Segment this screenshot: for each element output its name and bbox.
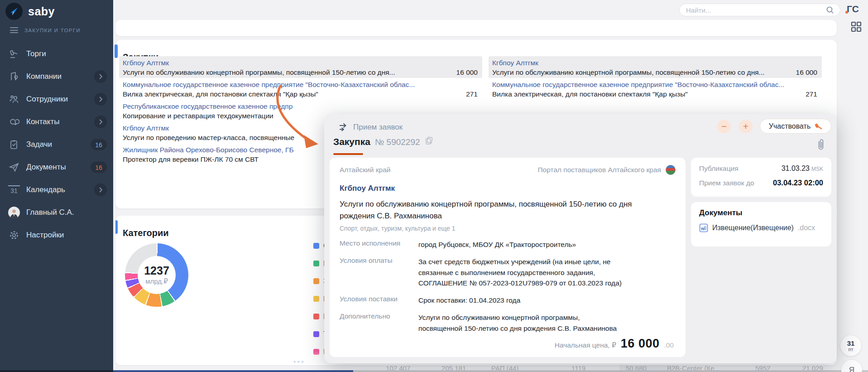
categories-donut-chart[interactable]: 1237 млрд.₽ bbox=[125, 243, 188, 307]
purchase-company-link[interactable]: Коммунальное государственное казенное пр… bbox=[123, 80, 478, 89]
donut-total-unit: млрд.₽ bbox=[145, 277, 168, 285]
chevron-right-icon bbox=[94, 93, 107, 106]
forward-arrows-icon bbox=[339, 122, 349, 132]
dates-card: Публикация 31.03.23MSK Прием заявок до 0… bbox=[691, 158, 831, 197]
sidebar-item-zadachi[interactable]: Задачи 16 bbox=[0, 133, 113, 156]
collapse-button[interactable]: − bbox=[717, 120, 731, 133]
sidebar-item-label: Контакты bbox=[26, 117, 59, 126]
purchase-row[interactable]: Кгбпоу Алтгмк Услуги по обслуживанию кон… bbox=[489, 56, 822, 78]
calendar-widget-weekday: пт bbox=[849, 347, 854, 352]
region-label: Алтайский край bbox=[340, 166, 390, 174]
purchase-row[interactable]: Коммунальное государственное казенное пр… bbox=[119, 78, 482, 100]
people-icon bbox=[8, 93, 20, 105]
popup-title-row: Закупка № 5902292 bbox=[333, 136, 434, 147]
purchase-detail-popup: Прием заявок − + Участвовать Закупка № 5… bbox=[324, 114, 837, 363]
purchase-company-link[interactable]: Кгбпоу Алтгмк bbox=[492, 58, 817, 68]
sidebar-item-torgi[interactable]: Торги bbox=[0, 43, 113, 65]
gear-icon bbox=[8, 229, 20, 241]
rail-bottom-widget[interactable]: Я bbox=[841, 360, 862, 372]
calendar-31-icon: 31 bbox=[8, 185, 20, 194]
field-value: Срок поставки: 01.04.2023 года bbox=[418, 295, 676, 305]
menu-icon bbox=[10, 27, 18, 33]
global-search[interactable] bbox=[679, 4, 840, 16]
purchase-value: 16 000 bbox=[796, 68, 817, 77]
deadline-row: Прием заявок до 03.04.23 02:00 bbox=[699, 179, 823, 187]
saby-bird-icon bbox=[5, 3, 23, 20]
sidebar-item-label: Главный С.А. bbox=[26, 208, 74, 217]
sidebar-item-profile[interactable]: Главный С.А. bbox=[0, 201, 113, 224]
building-pin-icon bbox=[8, 71, 20, 82]
clipboard-check-icon bbox=[8, 139, 20, 150]
purchases-list-right: Кгбпоу Алтгмк Услуги по обслуживанию кон… bbox=[489, 56, 822, 100]
sidebar-item-label: Сотрудники bbox=[26, 95, 68, 104]
expand-button[interactable]: + bbox=[739, 120, 753, 133]
copy-icon[interactable] bbox=[425, 136, 434, 145]
paperclip-icon[interactable] bbox=[816, 139, 826, 151]
start-price-fraction: .00 bbox=[664, 341, 674, 349]
start-price-value: 16 000 bbox=[621, 337, 660, 351]
purchase-row[interactable]: Коммунальное государственное казенное пр… bbox=[489, 78, 822, 100]
paper-plane-icon bbox=[8, 161, 20, 173]
app-window: 102 407 205 181 РАП (44) 1119 50 680 B2B… bbox=[0, 0, 868, 372]
document-link[interactable]: w Извещение(Извещение).docx bbox=[699, 223, 823, 232]
sidebar-item-dokumenty[interactable]: Документы 16 bbox=[0, 156, 113, 179]
app-logo[interactable]: saby bbox=[5, 3, 55, 20]
calendar-widget[interactable]: 31 пт bbox=[840, 335, 861, 356]
chevron-right-icon bbox=[94, 184, 107, 196]
sidebar-item-label: Компании bbox=[26, 72, 62, 81]
apps-grid-icon[interactable] bbox=[850, 21, 862, 33]
deadline-label: Прием заявок до bbox=[699, 179, 754, 187]
field-label: Место исполнения bbox=[340, 239, 416, 250]
user-avatar bbox=[8, 207, 20, 218]
chevron-right-icon bbox=[94, 116, 107, 128]
sidebar-item-nastroyki[interactable]: Настройки bbox=[0, 224, 113, 246]
donut-total-value: 1237 bbox=[144, 265, 169, 276]
portal-label: Портал поставщиков Алтайского края bbox=[537, 166, 661, 174]
detail-fields: Место исполнения город Рубцовск, МБОУ ДК… bbox=[340, 239, 676, 333]
sidebar-item-label: Документы bbox=[26, 163, 66, 172]
field-value: Услуги по обслуживанию концертной програ… bbox=[418, 312, 676, 333]
deadline-value: 03.04.23 02:00 bbox=[773, 179, 823, 187]
field-label: Условия поставки bbox=[340, 295, 416, 305]
start-price-label: Начальная цена, ₽ bbox=[555, 341, 616, 349]
sidebar-item-kompanii[interactable]: Компании bbox=[0, 65, 113, 88]
purchase-value: 16 000 bbox=[456, 68, 478, 77]
documents-card: Документы w Извещение(Извещение).docx bbox=[691, 202, 831, 246]
sidebar-item-kalendar[interactable]: 31 Календарь bbox=[0, 179, 113, 201]
donut-center: 1237 млрд.₽ bbox=[138, 256, 176, 294]
legend-swatch bbox=[313, 349, 319, 355]
purchase-subject: Услуги по обслуживанию концертной програ… bbox=[123, 68, 452, 77]
purchase-company-link[interactable]: Республиканское государственное казенное… bbox=[123, 101, 478, 111]
document-name: Извещение(Извещение) bbox=[712, 224, 794, 232]
portal-source[interactable]: Портал поставщиков Алтайского края bbox=[537, 165, 676, 175]
sidebar-item-kontakty[interactable]: Контакты bbox=[0, 111, 113, 133]
search-input[interactable] bbox=[685, 6, 825, 14]
gavel-icon bbox=[8, 48, 20, 60]
chevron-right-icon bbox=[94, 70, 107, 83]
documents-count: 16 bbox=[95, 164, 102, 171]
participate-button[interactable]: Участвовать bbox=[760, 119, 831, 134]
customer-link[interactable]: Кгбпоу Алтгмк bbox=[340, 184, 676, 193]
purchase-company-link[interactable]: Коммунальное государственное казенное пр… bbox=[492, 80, 817, 89]
participate-label: Участвовать bbox=[769, 122, 810, 130]
purchase-subject: Вилка электрическая, для постановки спек… bbox=[123, 89, 461, 99]
collapsed-top-panel[interactable] bbox=[115, 20, 837, 36]
publication-label: Публикация bbox=[699, 164, 739, 173]
purchase-company-link[interactable]: Кгбпоу Алтгмк bbox=[123, 58, 478, 68]
legend-swatch bbox=[313, 331, 319, 337]
module-switcher[interactable]: ЗАКУПКИ И ТОРГИ bbox=[10, 27, 81, 33]
sidebar-item-label: Торги bbox=[26, 49, 46, 58]
popup-number: № 5902292 bbox=[375, 137, 420, 147]
legend-swatch bbox=[313, 261, 319, 266]
detail-meta-row: Алтайский край Портал поставщиков Алтайс… bbox=[340, 165, 676, 175]
legend-swatch bbox=[313, 296, 319, 302]
panel-accent-bar bbox=[115, 44, 118, 58]
sidebar: saby ЗАКУПКИ И ТОРГИ Торги Компании bbox=[0, 0, 113, 372]
popup-title: Закупка bbox=[333, 136, 370, 147]
title-accent-underline bbox=[333, 153, 363, 155]
purchase-row[interactable]: Кгбпоу Алтгмк Услуги по обслуживанию кон… bbox=[119, 56, 482, 78]
calendar-widget-day: 31 bbox=[847, 340, 855, 347]
sidebar-item-sotrudniki[interactable]: Сотрудники bbox=[0, 88, 113, 111]
workspace-logo[interactable]: ГС bbox=[847, 4, 859, 14]
legend-swatch bbox=[313, 243, 319, 249]
